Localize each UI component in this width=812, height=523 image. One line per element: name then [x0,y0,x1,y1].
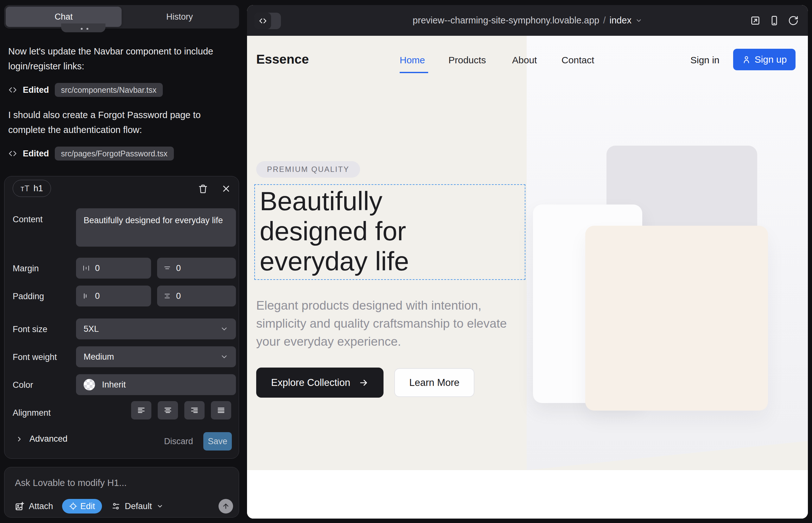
chat-message: Now let's update the Navbar component to… [8,44,227,74]
tab-history[interactable]: History [122,7,237,27]
padding-y-input[interactable]: 0 [157,286,236,306]
padding-vertical-icon [163,292,171,300]
align-right-button[interactable] [184,401,205,419]
nav-link-products[interactable]: Products [448,55,486,66]
trash-icon [198,183,208,194]
hero-description: Elegant products designed with intention… [256,296,516,350]
content-input[interactable]: Beautifully designed for everyday life [76,208,236,247]
mode-select[interactable]: Default [111,502,163,511]
edit-action-label: Edited [23,85,49,95]
advanced-toggle[interactable]: Advanced [16,434,68,444]
arrow-up-icon [222,502,230,510]
url-bar[interactable]: preview--charming-site-symphony.lovable.… [247,5,808,36]
open-external-button[interactable] [750,15,761,26]
align-right-icon [190,406,199,415]
selected-h1-outline[interactable]: Beautifully designed for everyday life [254,184,525,280]
edit-mode-button[interactable]: Edit [62,499,102,513]
headline-line: everyday life [260,246,409,276]
prompt-placeholder: Ask Lovable to modify H1... [15,478,127,488]
font-size-select[interactable]: 5XL [76,319,236,339]
typography-icon: тT [21,184,30,193]
image-plus-icon [15,502,24,511]
delete-element-button[interactable] [196,182,210,196]
font-weight-label: Font weight [13,353,57,362]
chat-history-tabbar: Chat History [4,5,239,29]
font-size-label: Font size [13,325,48,334]
refresh-icon [788,15,799,26]
arrow-right-icon [358,378,369,388]
dot-icon [81,28,83,30]
nav-link-home[interactable]: Home [400,55,425,66]
url-page: index [610,15,632,26]
margin-y-input[interactable]: 0 [157,258,236,278]
color-swatch-icon [84,379,95,390]
edited-file-row: Edited src/pages/ForgotPassword.tsx [8,147,174,161]
margin-label: Margin [13,264,39,273]
nav-link-about[interactable]: About [512,55,537,66]
close-editor-button[interactable] [219,182,233,196]
nav-link-contact[interactable]: Contact [562,55,594,66]
edited-file-badge[interactable]: src/components/Navbar.tsx [55,83,163,97]
padding-y-value: 0 [176,291,181,301]
element-tag-label: h1 [34,184,43,194]
code-icon [8,149,17,158]
send-button[interactable] [218,499,233,513]
headline-line: designed for [260,216,409,246]
edit-action-label: Edited [23,149,49,159]
alignment-group [4,401,240,419]
mobile-preview-button[interactable] [769,15,780,26]
smartphone-icon [769,15,780,26]
site-logo[interactable]: Essence [256,52,309,67]
preview-browser: preview--charming-site-symphony.lovable.… [247,5,808,519]
save-button[interactable]: Save [203,432,232,451]
align-center-icon [163,406,172,415]
align-center-button[interactable] [158,401,178,419]
cream-wedge [527,441,808,470]
attach-button[interactable]: Attach [15,502,53,511]
padding-label: Padding [13,292,44,301]
chevron-right-icon [16,435,23,443]
margin-horizontal-icon [82,264,90,272]
decor-card-cream [585,226,768,411]
font-weight-value: Medium [84,352,114,362]
font-size-value: 5XL [84,324,99,334]
learn-more-button[interactable]: Learn More [394,368,474,397]
element-editor-panel: тT h1 Content Beautifully designed for e… [4,176,239,459]
color-select[interactable]: Inherit [76,374,236,395]
url-host: preview--charming-site-symphony.lovable.… [413,15,599,26]
align-left-button[interactable] [131,401,152,419]
browser-chrome: preview--charming-site-symphony.lovable.… [247,5,808,36]
dot-icon [86,28,88,30]
margin-x-value: 0 [95,264,100,273]
explore-collection-button[interactable]: Explore Collection [256,367,384,398]
prompt-composer[interactable]: Ask Lovable to modify H1... Attach Edit … [4,467,239,518]
sign-up-label: Sign up [755,54,787,65]
padding-horizontal-icon [82,292,90,300]
chevron-down-icon [220,353,228,361]
padding-x-value: 0 [95,291,100,301]
padding-x-input[interactable]: 0 [76,286,151,306]
align-left-icon [137,406,146,415]
margin-x-input[interactable]: 0 [76,258,151,278]
section-below-hero [247,470,808,519]
refresh-button[interactable] [788,15,799,26]
sliders-icon [111,502,120,511]
close-icon [221,184,231,194]
scrolled-badge-fragment [61,23,105,32]
chevron-down-icon [156,503,163,510]
color-label: Color [13,380,33,390]
margin-y-value: 0 [176,264,181,273]
sign-in-link[interactable]: Sign in [690,55,720,66]
align-justify-button[interactable] [211,401,231,419]
code-icon [8,86,17,94]
selected-element-tag: тT h1 [13,180,51,197]
edited-file-badge[interactable]: src/pages/ForgotPassword.tsx [55,147,174,161]
target-icon [69,502,77,510]
discard-button[interactable]: Discard [164,437,193,446]
color-value: Inherit [102,380,126,390]
font-weight-select[interactable]: Medium [76,346,236,367]
chevron-down-icon [220,325,228,333]
mode-label: Default [125,502,152,511]
sign-up-button[interactable]: Sign up [733,49,796,70]
hero-headline: Beautifully designed for everyday life [260,186,409,276]
